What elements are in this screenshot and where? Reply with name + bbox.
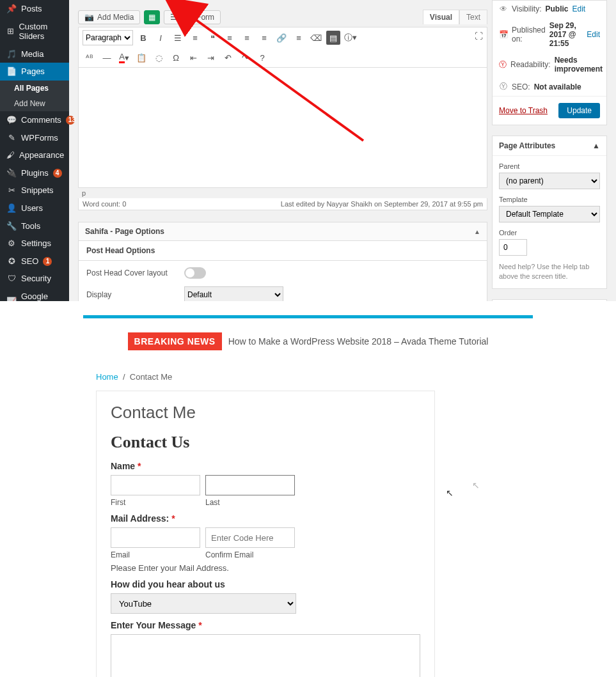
move-to-trash-link[interactable]: Move to Trash (499, 106, 548, 115)
chevron-up-icon: ▲ (474, 228, 480, 235)
page-attributes-header[interactable]: Page Attributes▲ (493, 136, 606, 156)
hr-button[interactable]: — (100, 51, 114, 65)
fullscreen-toggle[interactable]: ⛶ (475, 31, 483, 41)
sidebar-item-media[interactable]: 🎵Media (0, 45, 69, 63)
sidebar-item-label: Comments (21, 115, 61, 125)
svg-line-0 (191, 16, 363, 141)
sidebar-item-tools[interactable]: 🔧Tools (0, 217, 69, 235)
first-sublabel: First (111, 498, 200, 507)
sidebar-item-pages[interactable]: 📄Pages (0, 63, 69, 81)
sidebar-item-label: Settings (21, 238, 51, 249)
order-label: Order (499, 229, 600, 237)
eye-icon: 👁 (499, 4, 508, 13)
shield-icon: 🛡 (6, 274, 17, 284)
sidebar-sub-add-new[interactable]: Add New (0, 96, 69, 111)
chart-icon: 📈 (6, 297, 17, 301)
required-icon: * (171, 513, 175, 524)
color-button[interactable]: A▾ (117, 51, 131, 65)
sidebar-item-seo[interactable]: ✪SEO1 (0, 253, 69, 270)
strike-button[interactable]: ᴬᴮ (83, 51, 97, 65)
cursor-icon: ↖ (446, 488, 454, 498)
calendar-icon: 📅 (499, 30, 508, 39)
sidebar-item-appearance[interactable]: 🖌Appearance (0, 146, 69, 164)
italic-button[interactable]: I (154, 31, 168, 45)
display-label: Display (86, 290, 173, 299)
user-icon: 👤 (6, 203, 17, 214)
confirm-email-input[interactable] (205, 527, 295, 548)
green-insert-button[interactable]: ▦ (144, 10, 160, 24)
eraser-button[interactable]: ◌ (152, 51, 166, 65)
published-label: Published on: (512, 26, 546, 43)
name-label: Name (111, 461, 135, 471)
breadcrumb-current: Contact Me (130, 372, 172, 382)
sidebar-item-security[interactable]: 🛡Security (0, 270, 69, 288)
cover-label: Post Head Cover layout (86, 268, 173, 277)
list-icon: ☰ (170, 13, 177, 22)
sidebar-item-wpforms[interactable]: ✎WPForms (0, 129, 69, 147)
seo-value: Not available (534, 82, 581, 91)
mail-label: Mail Address: (111, 513, 169, 524)
sidebar-item-label: WPForms (21, 133, 58, 143)
tab-visual[interactable]: Visual (423, 10, 459, 24)
breadcrumb-sep: / (120, 372, 129, 382)
message-textarea[interactable] (111, 634, 420, 677)
mail-hint: Please Enter your Mail Address. (111, 563, 420, 573)
frontend-preview: BREAKING NEWS How to Make a WordPress We… (0, 301, 616, 677)
parent-select[interactable]: (no parent) (499, 173, 600, 189)
template-select[interactable]: Default Template (499, 206, 600, 222)
right-column: 👁Visibility:PublicEdit 📅Published on:Sep… (492, 0, 607, 301)
sidebar-sub-all-pages[interactable]: All Pages (0, 81, 69, 96)
sahifa-subheader: Post Head Options (78, 241, 487, 261)
page-title: Contact Me (111, 403, 420, 423)
plugins-badge: 4 (53, 169, 62, 178)
paste-button[interactable]: 📋 (134, 51, 148, 65)
cursor-ghost-icon: ↖ (472, 480, 480, 490)
last-sublabel: Last (205, 498, 295, 507)
breadcrumb-home[interactable]: Home (96, 372, 118, 382)
breaking-news: BREAKING NEWS How to Make a WordPress We… (0, 318, 616, 364)
bold-button[interactable]: B (136, 31, 150, 45)
first-name-input[interactable] (111, 475, 200, 495)
sidebar-item-label: Custom Sliders (19, 22, 63, 42)
edit-date-link[interactable]: Edit (587, 30, 600, 39)
sahifa-header[interactable]: Sahifa - Page Options▲ (78, 222, 487, 241)
sidebar-item-custom-sliders[interactable]: ⊞Custom Sliders (0, 18, 69, 45)
sidebar-item-analytics[interactable]: 📈Google Analytics (0, 288, 69, 301)
sidebar-item-snippets[interactable]: ✂Snippets (0, 182, 69, 199)
hear-select[interactable]: YouTube (111, 593, 296, 614)
last-name-input[interactable] (205, 475, 295, 495)
order-input[interactable] (499, 239, 527, 256)
email-input[interactable] (111, 527, 200, 548)
camera-icon: 📷 (84, 13, 94, 22)
sidebar-item-label: Snippets (21, 185, 54, 196)
sidebar-item-plugins[interactable]: 🔌Plugins4 (0, 164, 69, 182)
page-attributes-title: Page Attributes (499, 141, 555, 150)
main-area: 📷Add Media ▦ ☰Add Form Visual Text ⛶ Par… (69, 0, 616, 301)
display-select[interactable]: Default (184, 286, 283, 301)
sidebar-item-comments[interactable]: 💬Comments13 (0, 111, 69, 129)
cover-toggle[interactable] (184, 267, 206, 279)
page-attributes-box: Page Attributes▲ Parent (no parent) Temp… (492, 136, 607, 289)
seo-badge: 1 (43, 257, 52, 266)
update-button[interactable]: Update (558, 103, 600, 118)
visibility-label: Visibility: (512, 4, 541, 13)
add-media-button[interactable]: 📷Add Media (78, 10, 140, 24)
sidebar-item-label: Security (21, 274, 51, 284)
sidebar-item-settings[interactable]: ⚙Settings (0, 235, 69, 253)
edit-visibility-link[interactable]: Edit (572, 4, 585, 13)
contact-card: Contact Me Contact Us Name * First Last … (96, 391, 435, 677)
form-title: Contact Us (111, 433, 420, 452)
breaking-tag: BREAKING NEWS (128, 332, 222, 350)
admin-sidebar: 📌Posts ⊞Custom Sliders 🎵Media 📄Pages All… (0, 0, 69, 301)
sidebar-item-users[interactable]: 👤Users (0, 199, 69, 217)
pin-icon: 📌 (6, 4, 17, 14)
sidebar-item-label: Plugins (21, 168, 49, 178)
sidebar-item-label: Posts (21, 4, 42, 14)
sidebar-item-posts[interactable]: 📌Posts (0, 0, 69, 18)
tab-text[interactable]: Text (459, 10, 487, 24)
format-select[interactable]: Paragraph (83, 30, 133, 45)
breaking-text[interactable]: How to Make a WordPress Website 2018 – A… (228, 336, 489, 346)
editor-path: p (78, 188, 487, 198)
comment-icon: 💬 (6, 115, 17, 125)
grid-icon: ⊞ (6, 26, 14, 36)
